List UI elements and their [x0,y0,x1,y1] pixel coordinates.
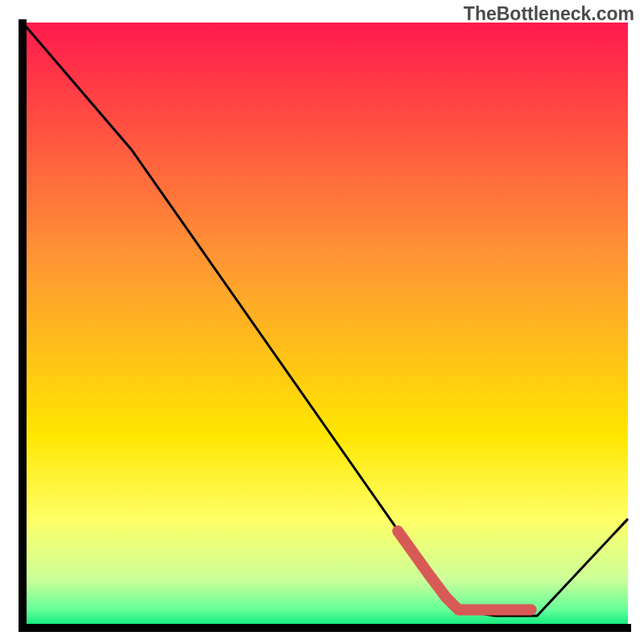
gradient-background [23,23,628,628]
highlight-dot [496,605,506,615]
watermark-text: TheBottleneck.com [464,3,634,25]
highlight-dot [511,605,522,615]
highlight-dot [526,605,536,615]
bottleneck-chart [0,0,644,644]
